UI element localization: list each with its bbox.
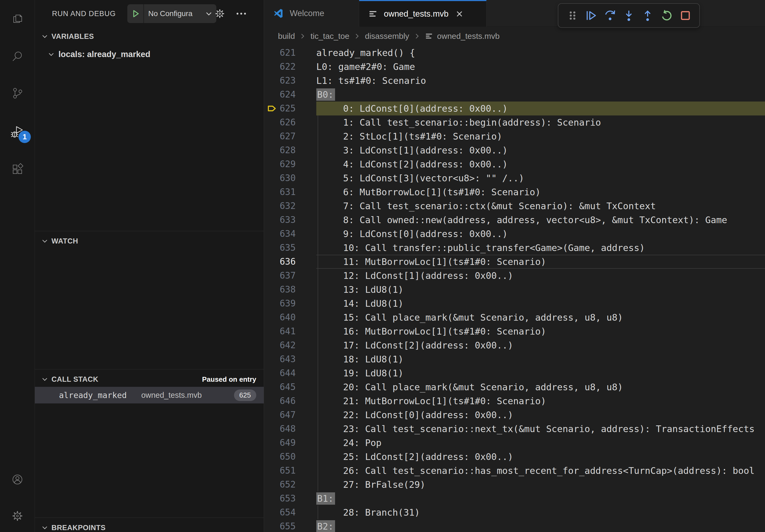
extensions-icon[interactable]: [0, 155, 35, 184]
code-line[interactable]: 6316: MutBorrowLoc[1](ts#1#0: Scenario): [264, 185, 765, 199]
code-line[interactable]: 63914: LdU8(1): [264, 297, 765, 311]
more-actions-icon[interactable]: [234, 0, 249, 27]
gutter[interactable]: 633: [264, 213, 316, 227]
accounts-icon[interactable]: [0, 465, 35, 494]
source-control-icon[interactable]: [0, 79, 35, 108]
code-line[interactable]: 65126: Call test_scenario::has_most_rece…: [264, 464, 765, 478]
gutter[interactable]: 629: [264, 157, 316, 171]
gutter[interactable]: 626: [264, 116, 316, 130]
code-line[interactable]: 6338: Call owned::new(address, address, …: [264, 213, 765, 227]
gutter[interactable]: 650: [264, 450, 316, 464]
code-line[interactable]: 64015: Call place_mark(&mut Scenario, ad…: [264, 311, 765, 324]
gutter[interactable]: 631: [264, 185, 316, 199]
gutter[interactable]: 641: [264, 324, 316, 338]
code-line[interactable]: 64823: Call test_scenario::next_tx(&mut …: [264, 422, 765, 436]
gutter[interactable]: 638: [264, 283, 316, 297]
gutter[interactable]: 655: [264, 519, 316, 532]
code-line[interactable]: 65428: Branch(31): [264, 505, 765, 519]
gutter[interactable]: 644: [264, 366, 316, 380]
step-into-icon[interactable]: [622, 7, 636, 24]
code-line[interactable]: 63712: LdConst[1](address: 0x00..): [264, 269, 765, 283]
run-and-debug-icon[interactable]: 1: [0, 117, 35, 146]
gutter[interactable]: 648: [264, 422, 316, 436]
debug-settings-gear-icon[interactable]: [212, 0, 227, 27]
gutter[interactable]: 632: [264, 199, 316, 213]
code-line[interactable]: 621already_marked() {: [264, 46, 765, 60]
section-variables-header[interactable]: VARIABLES: [35, 28, 264, 45]
gutter[interactable]: 652: [264, 478, 316, 492]
code-line[interactable]: 63611: MutBorrowLoc[1](ts#1#0: Scenario): [264, 255, 765, 269]
step-out-icon[interactable]: [641, 7, 655, 24]
gutter[interactable]: 621: [264, 46, 316, 60]
gutter[interactable]: 651: [264, 464, 316, 478]
gutter[interactable]: 627: [264, 130, 316, 143]
gutter[interactable]: 624: [264, 88, 316, 102]
code-line[interactable]: 6305: LdConst[3](vector<u8>: "" /..): [264, 171, 765, 185]
code-line[interactable]: 6250: LdConst[0](address: 0x00..): [264, 102, 765, 116]
step-over-icon[interactable]: [603, 7, 617, 24]
gutter[interactable]: 653: [264, 492, 316, 505]
code-line[interactable]: 6261: Call test_scenario::begin(address)…: [264, 116, 765, 130]
section-call-stack-header[interactable]: CALL STACK Paused on entry: [35, 371, 264, 387]
gutter[interactable]: 645: [264, 380, 316, 394]
call-stack-frame[interactable]: already_marked owned_tests.mvb 625: [35, 387, 264, 403]
gutter[interactable]: 622: [264, 60, 316, 74]
code-line[interactable]: 65025: LdConst[2](address: 0x00..): [264, 450, 765, 464]
code-line[interactable]: 6349: LdConst[0](address: 0x00..): [264, 227, 765, 241]
tab-owned-tests[interactable]: owned_tests.mvb: [359, 0, 486, 27]
code-line[interactable]: 6283: LdConst[1](address: 0x00..): [264, 143, 765, 157]
gutter[interactable]: 630: [264, 171, 316, 185]
gutter[interactable]: 625: [264, 102, 316, 116]
gutter[interactable]: 634: [264, 227, 316, 241]
code-line[interactable]: 64419: LdU8(1): [264, 366, 765, 380]
code-line[interactable]: 6294: LdConst[2](address: 0x00..): [264, 157, 765, 171]
gutter[interactable]: 635: [264, 241, 316, 255]
code-line[interactable]: 655B2:: [264, 519, 765, 532]
gutter[interactable]: 654: [264, 505, 316, 519]
gutter[interactable]: 643: [264, 352, 316, 366]
code-line[interactable]: 64520: Call place_mark(&mut Scenario, ad…: [264, 380, 765, 394]
tab-welcome[interactable]: Welcome: [264, 0, 359, 27]
breadcrumb-item[interactable]: build: [278, 32, 295, 41]
code-line[interactable]: 6327: Call test_scenario::ctx(&mut Scena…: [264, 199, 765, 213]
variables-locals-row[interactable]: locals: already_marked: [35, 46, 264, 63]
gutter[interactable]: 642: [264, 338, 316, 352]
code-line[interactable]: 63510: Call transfer::public_transfer<Ga…: [264, 241, 765, 255]
gutter[interactable]: 649: [264, 436, 316, 450]
code-line[interactable]: 623L1: ts#1#0: Scenario: [264, 74, 765, 88]
section-breakpoints-header[interactable]: BREAKPOINTS: [35, 520, 264, 532]
gutter[interactable]: 637: [264, 269, 316, 283]
close-icon[interactable]: [455, 10, 463, 18]
gutter[interactable]: 628: [264, 143, 316, 157]
code-line[interactable]: 65227: BrFalse(29): [264, 478, 765, 492]
code-line[interactable]: 64621: MutBorrowLoc[1](ts#1#0: Scenario): [264, 394, 765, 408]
code-editor[interactable]: 621already_marked() {622L0: game#2#0: Ga…: [264, 46, 765, 532]
breadcrumb-item[interactable]: tic_tac_toe: [311, 32, 349, 41]
debug-config-dropdown[interactable]: No Configura: [127, 4, 216, 23]
gutter[interactable]: 646: [264, 394, 316, 408]
code-line[interactable]: 64217: LdConst[2](address: 0x00..): [264, 338, 765, 352]
stop-icon[interactable]: [678, 7, 692, 24]
start-debugging-icon[interactable]: [127, 4, 144, 23]
gutter[interactable]: 636: [264, 255, 316, 269]
explorer-icon[interactable]: [0, 5, 35, 34]
gutter[interactable]: 639: [264, 297, 316, 311]
code-line[interactable]: 6272: StLoc[1](ts#1#0: Scenario): [264, 130, 765, 143]
restart-icon[interactable]: [660, 7, 674, 24]
breadcrumb-item[interactable]: owned_tests.mvb: [437, 32, 500, 41]
toolbar-drag-handle-icon[interactable]: [565, 7, 579, 24]
gutter[interactable]: 623: [264, 74, 316, 88]
code-line[interactable]: 653B1:: [264, 492, 765, 505]
code-line[interactable]: 64924: Pop: [264, 436, 765, 450]
continue-icon[interactable]: [584, 7, 598, 24]
code-line[interactable]: 64722: LdConst[0](address: 0x00..): [264, 408, 765, 422]
section-watch-header[interactable]: WATCH: [35, 233, 264, 249]
code-line[interactable]: 64116: MutBorrowLoc[1](ts#1#0: Scenario): [264, 324, 765, 338]
code-line[interactable]: 63813: LdU8(1): [264, 283, 765, 297]
code-line[interactable]: 624B0:: [264, 88, 765, 102]
settings-gear-icon[interactable]: [0, 501, 35, 530]
breadcrumb-item[interactable]: disassembly: [365, 32, 409, 41]
code-line[interactable]: 622L0: game#2#0: Game: [264, 60, 765, 74]
gutter[interactable]: 647: [264, 408, 316, 422]
gutter[interactable]: 640: [264, 311, 316, 324]
